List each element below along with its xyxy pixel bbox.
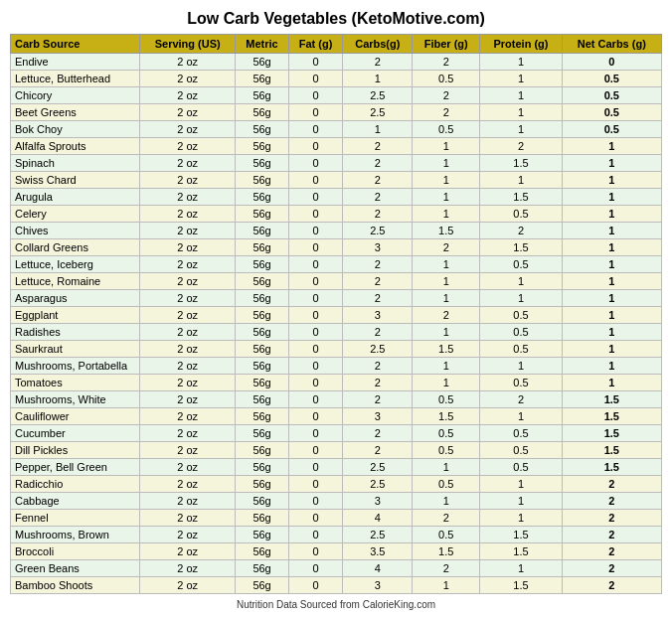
cell-4-3: 0 [288, 121, 343, 138]
cell-25-3: 0 [288, 476, 343, 493]
cell-1-7: 0.5 [562, 71, 661, 87]
cell-8-0: Arugula [11, 189, 140, 206]
cell-12-5: 1 [413, 256, 480, 273]
cell-11-2: 56g [236, 239, 288, 256]
cell-18-5: 1 [413, 358, 480, 375]
cell-25-7: 2 [562, 476, 661, 493]
cell-8-6: 1.5 [480, 189, 562, 206]
cell-17-0: Saurkraut [11, 341, 140, 358]
cell-6-7: 1 [562, 155, 661, 172]
cell-29-2: 56g [236, 543, 288, 560]
cell-0-0: Endive [11, 54, 140, 71]
cell-4-6: 1 [480, 121, 562, 138]
cell-0-3: 0 [288, 54, 343, 71]
cell-25-4: 2.5 [343, 476, 413, 493]
cell-9-3: 0 [288, 206, 343, 223]
cell-29-4: 3.5 [343, 543, 413, 560]
nutrition-table: Carb SourceServing (US)MetricFat (g)Carb… [10, 34, 662, 594]
cell-3-0: Beet Greens [11, 104, 140, 121]
cell-1-2: 56g [236, 71, 288, 87]
cell-21-3: 0 [288, 408, 343, 425]
table-row: Eggplant2 oz56g0320.51 [11, 307, 662, 324]
cell-21-4: 3 [343, 408, 413, 425]
cell-29-7: 2 [562, 543, 661, 560]
cell-3-6: 1 [480, 104, 562, 121]
cell-11-1: 2 oz [140, 239, 236, 256]
table-header-row: Carb SourceServing (US)MetricFat (g)Carb… [11, 35, 662, 54]
cell-30-5: 2 [413, 560, 480, 577]
cell-11-4: 3 [343, 239, 413, 256]
table-row: Celery2 oz56g0210.51 [11, 206, 662, 223]
cell-19-3: 0 [288, 375, 343, 391]
cell-9-7: 1 [562, 206, 661, 223]
cell-13-3: 0 [288, 273, 343, 290]
cell-4-2: 56g [236, 121, 288, 138]
cell-15-5: 2 [413, 307, 480, 324]
table-row: Chicory2 oz56g02.5210.5 [11, 87, 662, 104]
cell-15-0: Eggplant [11, 307, 140, 324]
table-row: Fennel2 oz56g04212 [11, 510, 662, 527]
cell-14-6: 1 [480, 290, 562, 307]
cell-23-2: 56g [236, 442, 288, 459]
cell-26-6: 1 [480, 493, 562, 510]
cell-17-6: 0.5 [480, 341, 562, 358]
cell-24-3: 0 [288, 459, 343, 476]
cell-23-1: 2 oz [140, 442, 236, 459]
cell-6-6: 1.5 [480, 155, 562, 172]
cell-31-0: Bamboo Shoots [11, 577, 140, 594]
cell-7-2: 56g [236, 172, 288, 189]
cell-15-3: 0 [288, 307, 343, 324]
cell-23-0: Dill Pickles [11, 442, 140, 459]
cell-27-2: 56g [236, 510, 288, 527]
table-row: Alfalfa Sprouts2 oz56g02121 [11, 138, 662, 155]
table-row: Swiss Chard2 oz56g02111 [11, 172, 662, 189]
cell-1-6: 1 [480, 71, 562, 87]
cell-7-1: 2 oz [140, 172, 236, 189]
cell-27-4: 4 [343, 510, 413, 527]
cell-12-1: 2 oz [140, 256, 236, 273]
cell-22-1: 2 oz [140, 425, 236, 442]
cell-17-1: 2 oz [140, 341, 236, 358]
cell-31-5: 1 [413, 577, 480, 594]
cell-25-0: Radicchio [11, 476, 140, 493]
table-row: Mushrooms, Brown2 oz56g02.50.51.52 [11, 527, 662, 543]
cell-21-2: 56g [236, 408, 288, 425]
cell-4-0: Bok Choy [11, 121, 140, 138]
cell-15-7: 1 [562, 307, 661, 324]
cell-10-6: 2 [480, 223, 562, 239]
column-header-5: Fiber (g) [413, 35, 480, 54]
cell-13-0: Lettuce, Romaine [11, 273, 140, 290]
cell-5-6: 2 [480, 138, 562, 155]
table-row: Asparagus2 oz56g02111 [11, 290, 662, 307]
cell-26-0: Cabbage [11, 493, 140, 510]
cell-23-7: 1.5 [562, 442, 661, 459]
cell-18-0: Mushrooms, Portabella [11, 358, 140, 375]
cell-24-0: Pepper, Bell Green [11, 459, 140, 476]
table-row: Arugula2 oz56g0211.51 [11, 189, 662, 206]
cell-8-1: 2 oz [140, 189, 236, 206]
cell-15-6: 0.5 [480, 307, 562, 324]
column-header-3: Fat (g) [288, 35, 343, 54]
cell-19-5: 1 [413, 375, 480, 391]
cell-5-4: 2 [343, 138, 413, 155]
cell-10-7: 1 [562, 223, 661, 239]
cell-29-5: 1.5 [413, 543, 480, 560]
cell-10-0: Chives [11, 223, 140, 239]
cell-19-1: 2 oz [140, 375, 236, 391]
cell-24-1: 2 oz [140, 459, 236, 476]
cell-8-7: 1 [562, 189, 661, 206]
cell-26-2: 56g [236, 493, 288, 510]
cell-6-1: 2 oz [140, 155, 236, 172]
table-row: Lettuce, Romaine2 oz56g02111 [11, 273, 662, 290]
table-row: Endive2 oz56g02210 [11, 54, 662, 71]
cell-31-7: 2 [562, 577, 661, 594]
column-header-4: Carbs(g) [343, 35, 413, 54]
cell-12-2: 56g [236, 256, 288, 273]
cell-22-5: 0.5 [413, 425, 480, 442]
cell-3-3: 0 [288, 104, 343, 121]
cell-24-2: 56g [236, 459, 288, 476]
column-header-0: Carb Source [11, 35, 140, 54]
cell-21-5: 1.5 [413, 408, 480, 425]
cell-20-3: 0 [288, 391, 343, 408]
cell-23-4: 2 [343, 442, 413, 459]
